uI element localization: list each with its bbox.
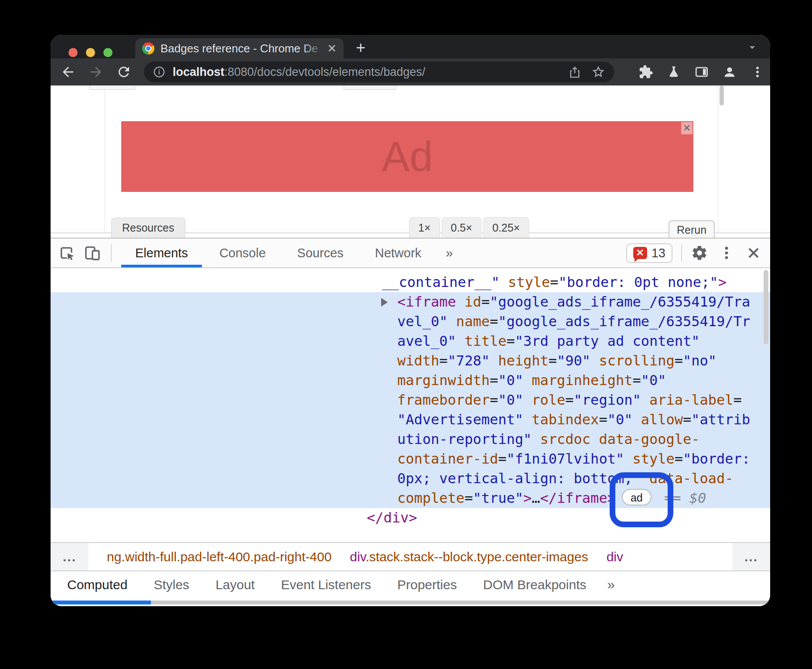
resources-tab[interactable]: Resources xyxy=(111,218,185,238)
back-icon[interactable] xyxy=(60,64,76,80)
ad-badge[interactable]: ad xyxy=(622,489,652,505)
code-token: = xyxy=(549,352,557,369)
forward-icon[interactable] xyxy=(88,64,104,80)
sidebar-more-tabs-icon[interactable]: » xyxy=(599,577,622,593)
sidebar-tab-event-listeners[interactable]: Event Listeners xyxy=(268,571,384,598)
code-token xyxy=(448,313,456,330)
extensions-icon[interactable] xyxy=(638,65,653,79)
code-token: </div> xyxy=(367,509,417,526)
dom-tree-node-line[interactable]: "Advertisement" tabindex="0" allow="attr… xyxy=(51,410,770,430)
tab-search-icon[interactable] xyxy=(746,41,759,54)
code-token: __container__" xyxy=(382,274,500,290)
code-token: = xyxy=(632,372,641,389)
url-text: localhost:8080/docs/devtools/elements/ba… xyxy=(173,65,558,79)
expand-arrow-icon[interactable] xyxy=(381,298,388,307)
toolbar-separator xyxy=(681,244,682,262)
code-token: "no" xyxy=(683,352,716,369)
url-bar[interactable]: localhost:8080/docs/devtools/elements/ba… xyxy=(144,61,614,82)
breadcrumb-cls: ng.width-full.pad-left-400.pad-right-400 xyxy=(107,550,331,564)
ad-label: Ad xyxy=(382,133,433,181)
code-token: id xyxy=(464,294,481,310)
dom-tree-node-line[interactable]: width="728" height="90" scrolling="no" xyxy=(51,351,770,371)
code-token: 0px; vertical-align: bottom;" xyxy=(397,470,641,487)
browser-menu-icon[interactable] xyxy=(750,65,765,79)
window-zoom-button[interactable] xyxy=(103,48,113,57)
sidebar-tab-layout[interactable]: Layout xyxy=(202,571,268,598)
zoom-button-0-5-[interactable]: 0.5× xyxy=(442,217,481,238)
devtools-tab-network[interactable]: Network xyxy=(359,239,437,267)
code-token: title xyxy=(464,333,506,349)
dom-code-lines: __container__" style="border: 0pt none;"… xyxy=(51,268,770,528)
code-scrollbar-thumb[interactable] xyxy=(764,270,768,344)
sidebar-tabs: ComputedStylesLayoutEvent ListenersPrope… xyxy=(51,571,770,598)
code-token: "0" xyxy=(498,372,523,389)
rerun-button[interactable]: Rerun xyxy=(669,220,715,238)
devtools-tab-sources[interactable]: Sources xyxy=(281,239,359,267)
error-badge[interactable]: ✕ 13 xyxy=(626,243,672,263)
code-token: "region" xyxy=(574,392,641,408)
settings-gear-icon[interactable] xyxy=(691,244,708,262)
code-token: "border: 0pt none;" xyxy=(559,274,718,290)
dom-tree-node-line[interactable]: <iframe id="google_ads_iframe_/6355419/T… xyxy=(51,292,770,312)
devtools-tab-console[interactable]: Console xyxy=(204,239,281,267)
window-minimize-button[interactable] xyxy=(86,48,95,57)
tab-close-icon[interactable]: ✕ xyxy=(327,43,337,54)
code-token: vel_0" xyxy=(397,313,448,330)
code-token xyxy=(641,392,649,408)
zoom-button-1-[interactable]: 1× xyxy=(409,217,440,238)
dom-tree-node-line[interactable]: container-id="f1ni07lvihot" style="borde… xyxy=(51,449,770,469)
devtools-close-icon[interactable] xyxy=(745,244,762,262)
code-token: complete xyxy=(397,490,464,506)
devtools-tab-elements[interactable]: Elements xyxy=(119,239,204,267)
code-token: = xyxy=(498,451,506,467)
sidebar-tab-properties[interactable]: Properties xyxy=(384,571,470,598)
breadcrumb-item[interactable]: div xyxy=(607,550,623,564)
page-scrollbar-thumb[interactable] xyxy=(720,85,724,106)
dom-tree-node-line[interactable]: 0px; vertical-align: bottom;" data-load- xyxy=(51,469,770,488)
profile-icon[interactable] xyxy=(722,65,737,79)
beaker-icon[interactable] xyxy=(666,65,681,79)
code-token xyxy=(523,372,532,389)
side-panel-icon[interactable] xyxy=(694,65,709,79)
code-token: aria-label xyxy=(649,392,734,408)
breadcrumb-overflow-left[interactable]: ... xyxy=(51,543,89,570)
new-tab-button[interactable]: + xyxy=(356,38,365,57)
window-close-button[interactable] xyxy=(68,48,78,57)
dom-tree-node-line[interactable]: complete="true">…</iframe>ad == $0 xyxy=(51,488,770,508)
share-icon[interactable] xyxy=(568,65,582,79)
dom-tree-node-line[interactable]: ution-reporting" srcdoc data-google- xyxy=(51,430,770,449)
code-token xyxy=(490,352,498,369)
code-token: "true" xyxy=(473,490,523,506)
breadcrumb-item[interactable]: ng.width-full.pad-left-400.pad-right-400 xyxy=(107,550,331,564)
page-content: Ad ✕ Resources 1×0.5×0.25× Rerun xyxy=(51,85,770,238)
browser-tab[interactable]: Badges reference - Chrome De ✕ xyxy=(135,38,344,58)
dom-tree-node-line[interactable]: __container__" style="border: 0pt none;"… xyxy=(51,273,770,292)
reload-icon[interactable] xyxy=(116,64,132,80)
dom-tree-node-line[interactable]: </div> xyxy=(51,508,770,528)
sidebar-tab-dom-breakpoints[interactable]: DOM Breakpoints xyxy=(470,571,600,598)
code-token: $0 xyxy=(689,490,706,506)
dom-tree-node-line[interactable]: avel_0" title="3rd party ad content" xyxy=(51,331,770,351)
breadcrumb-item[interactable]: div.stack.stack--block.type.center-image… xyxy=(350,550,588,564)
breadcrumb-overflow-right[interactable]: ... xyxy=(732,543,770,570)
sidebar-tab-computed[interactable]: Computed xyxy=(54,571,140,598)
site-info-icon[interactable] xyxy=(153,65,166,79)
zoom-button-row: 1×0.5×0.25× xyxy=(409,217,529,238)
code-token: = xyxy=(734,392,742,408)
code-token: data-google- xyxy=(599,431,699,447)
device-toolbar-icon[interactable] xyxy=(84,244,101,262)
dom-tree-node-line[interactable]: frameborder="0" role="region" aria-label… xyxy=(51,390,770,410)
devtools-menu-icon[interactable] xyxy=(718,244,735,262)
ad-close-icon[interactable]: ✕ xyxy=(681,122,693,134)
bookmark-star-icon[interactable] xyxy=(591,65,605,79)
code-token: > xyxy=(718,274,727,290)
inspect-icon[interactable] xyxy=(58,244,76,262)
dom-tree-node-line[interactable]: marginwidth="0" marginheight="0" xyxy=(51,371,770,390)
zoom-button-0-25-[interactable]: 0.25× xyxy=(483,217,529,238)
dom-tree-node-line[interactable]: vel_0" name="google_ads_iframe_/6355419/… xyxy=(51,312,770,331)
code-token xyxy=(641,470,649,487)
code-token: = xyxy=(550,274,558,290)
sidebar-tab-styles[interactable]: Styles xyxy=(140,571,202,598)
code-token: </iframe> xyxy=(540,490,616,506)
more-tabs-icon[interactable]: » xyxy=(437,246,462,260)
